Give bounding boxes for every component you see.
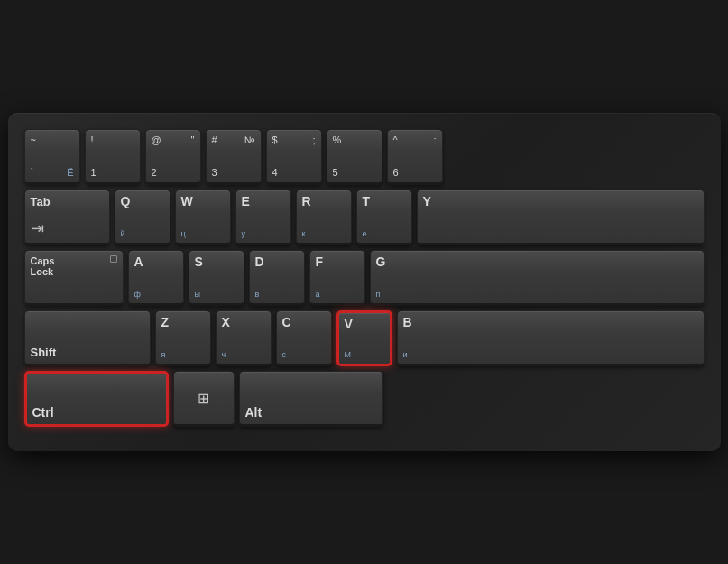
e-russian: у: [242, 229, 246, 238]
c-letter: C: [282, 316, 291, 328]
x-letter: X: [222, 316, 230, 328]
key-a[interactable]: A ф: [128, 250, 184, 306]
caps-label2: Lock: [31, 266, 55, 277]
key-tilde[interactable]: ~ ` Ё: [24, 129, 80, 185]
key-x[interactable]: X ч: [216, 310, 272, 366]
num1: 1: [91, 167, 97, 178]
key-z[interactable]: Z я: [155, 310, 211, 366]
russian-yo: Ё: [67, 167, 73, 178]
b-letter: В: [403, 316, 412, 328]
s-letter: S: [195, 255, 203, 268]
key-6[interactable]: ^ : 6: [387, 129, 443, 185]
f-russian: а: [316, 290, 320, 299]
key-1[interactable]: ! 1: [85, 129, 141, 185]
at: @: [152, 134, 161, 145]
key-t[interactable]: T е: [356, 190, 412, 245]
y-letter: Y: [423, 195, 431, 208]
caret: ^: [393, 134, 398, 145]
c-russian: с: [282, 350, 287, 359]
row-qwerty: Tab ⇥ Q й W ц E у R к T е Y: [24, 190, 705, 245]
w-letter: W: [181, 195, 193, 208]
hash: #: [212, 134, 217, 145]
e-letter: E: [242, 195, 250, 208]
caps-label1: Caps: [31, 255, 55, 266]
key-shift[interactable]: Shift: [24, 310, 151, 366]
backtick-symbol: `: [31, 167, 34, 178]
a-russian: ф: [134, 290, 141, 299]
key-e[interactable]: E у: [235, 190, 291, 245]
key-w[interactable]: W ц: [175, 190, 231, 245]
exclaim: !: [91, 134, 94, 145]
row-numbers: ~ ` Ё ! 1 @ " 2 #: [24, 129, 705, 185]
percent: %: [333, 134, 342, 145]
key-alt[interactable]: Alt: [239, 371, 383, 427]
caps-indicator: [110, 255, 117, 263]
alt-label: Alt: [245, 405, 263, 420]
windows-icon: ⊞: [198, 390, 209, 407]
key-q[interactable]: Q й: [115, 190, 170, 245]
f-letter: F: [316, 255, 324, 268]
key-g[interactable]: G п: [370, 250, 705, 306]
t-letter: T: [363, 195, 371, 208]
a-letter: A: [134, 255, 143, 268]
num6: 6: [393, 167, 399, 178]
num3: 3: [212, 167, 217, 178]
key-tab[interactable]: Tab ⇥: [24, 190, 110, 245]
key-s[interactable]: S ы: [189, 250, 244, 306]
row-zxcv: Shift Z я X ч C с V М В и: [24, 310, 705, 366]
num2: 2: [152, 167, 157, 178]
key-f[interactable]: F а: [309, 250, 365, 306]
key-4[interactable]: $ ; 4: [266, 129, 322, 185]
d-russian: в: [255, 290, 260, 299]
s-russian: ы: [195, 290, 200, 299]
key-5[interactable]: % 5: [327, 129, 382, 185]
key-y[interactable]: Y: [417, 190, 705, 245]
t-russian: е: [363, 229, 367, 238]
quote: ": [191, 134, 195, 145]
w-russian: ц: [181, 229, 186, 238]
shift-label: Shift: [31, 346, 57, 359]
key-2[interactable]: @ " 2: [145, 129, 201, 185]
d-letter: D: [255, 255, 264, 268]
v-letter: V: [345, 318, 353, 330]
x-russian: ч: [222, 350, 226, 359]
num5: 5: [333, 167, 338, 178]
q-russian: й: [121, 229, 125, 238]
r-letter: R: [302, 195, 311, 208]
key-r[interactable]: R к: [296, 190, 352, 245]
key-win[interactable]: ⊞: [173, 371, 235, 427]
ctrl-label: Ctrl: [32, 405, 54, 420]
z-russian: я: [161, 350, 166, 359]
keyboard: ~ ` Ё ! 1 @ " 2 #: [8, 113, 721, 451]
numero: №: [244, 134, 255, 145]
r-russian: к: [302, 229, 306, 238]
tilde-symbol: ~: [31, 134, 36, 145]
colon: :: [433, 134, 436, 145]
v-russian: М: [345, 350, 352, 359]
key-capslock[interactable]: Caps Lock: [24, 250, 124, 306]
key-3[interactable]: # № 3: [206, 129, 262, 185]
semicolon: ;: [312, 134, 315, 145]
num4: 4: [272, 167, 278, 178]
q-letter: Q: [121, 195, 131, 208]
tab-label: Tab: [31, 195, 51, 208]
g-russian: п: [376, 290, 381, 299]
key-d[interactable]: D в: [249, 250, 305, 306]
dollar: $: [272, 134, 278, 145]
g-letter: G: [376, 255, 386, 268]
key-v[interactable]: V М: [336, 310, 392, 366]
row-bottom: Ctrl ⊞ Alt: [24, 371, 705, 427]
z-letter: Z: [161, 316, 170, 328]
key-b[interactable]: В и: [397, 310, 705, 366]
b-russian: и: [403, 350, 408, 359]
tab-arrow: ⇥: [31, 218, 44, 238]
key-ctrl[interactable]: Ctrl: [24, 371, 169, 427]
row-asdf: Caps Lock A ф S ы D в F а G п: [24, 250, 705, 306]
key-c[interactable]: C с: [276, 310, 332, 366]
